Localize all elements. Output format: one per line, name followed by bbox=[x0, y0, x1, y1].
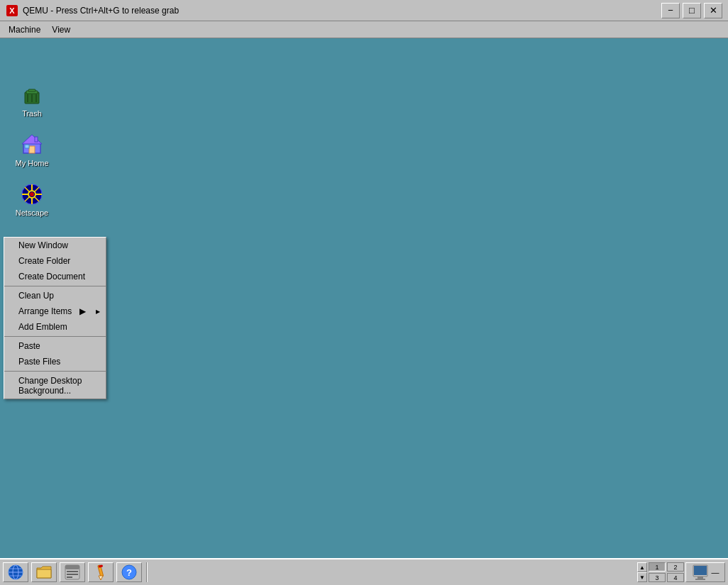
workspace-3-btn[interactable]: 3 bbox=[649, 573, 666, 582]
ctx-paste[interactable]: Paste bbox=[4, 338, 106, 354]
menu-bar: Machine View bbox=[0, 21, 728, 38]
ctx-sep-1 bbox=[4, 286, 106, 286]
workspace-2-btn[interactable]: 2 bbox=[667, 562, 684, 572]
title-bar: X QEMU - Press Ctrl+Alt+G to release gra… bbox=[0, 0, 728, 21]
taskbar-folder-btn[interactable] bbox=[31, 562, 57, 582]
svg-point-23 bbox=[30, 192, 34, 196]
trash-label: Trash bbox=[22, 109, 42, 118]
svg-rect-4 bbox=[28, 89, 35, 91]
svg-rect-10 bbox=[29, 146, 35, 153]
taskbar-taskbar-btn[interactable] bbox=[60, 562, 85, 582]
ctx-new-window[interactable]: New Window bbox=[4, 238, 106, 253]
trash-icon bbox=[21, 84, 43, 106]
workspace-1-btn[interactable]: 1 bbox=[649, 562, 666, 572]
workspace-switcher: 1 2 3 4 bbox=[649, 562, 684, 582]
menu-view[interactable]: View bbox=[46, 23, 76, 36]
close-button[interactable]: ✕ bbox=[704, 3, 722, 18]
netscape-icon bbox=[21, 183, 43, 206]
window-title: QEMU - Press Ctrl+Alt+G to release grab bbox=[23, 6, 661, 16]
desktop[interactable]: Trash My Home bbox=[0, 38, 728, 558]
window-controls: − □ ✕ bbox=[661, 3, 722, 18]
taskbar-help-btn[interactable]: ? bbox=[116, 562, 142, 582]
svg-rect-30 bbox=[65, 565, 79, 569]
svg-rect-41 bbox=[695, 579, 705, 580]
ctx-paste-files[interactable]: Paste Files bbox=[4, 354, 106, 369]
svg-rect-12 bbox=[35, 137, 38, 142]
workspace-4-btn[interactable]: 4 bbox=[667, 573, 684, 582]
menu-machine[interactable]: Machine bbox=[3, 23, 46, 36]
desktop-icon-netscape[interactable]: Netscape bbox=[7, 180, 57, 220]
svg-marker-9 bbox=[22, 135, 42, 144]
netscape-label: Netscape bbox=[16, 208, 48, 217]
ctx-create-folder[interactable]: Create Folder bbox=[4, 253, 106, 269]
taskbar-right: ▲ ▼ 1 2 3 4 — bbox=[637, 562, 725, 582]
taskbar-divider bbox=[146, 562, 148, 582]
home-icon bbox=[21, 133, 43, 156]
taskbar-pencil-btn[interactable] bbox=[88, 562, 114, 582]
ctx-create-document[interactable]: Create Document bbox=[4, 269, 106, 284]
ctx-add-emblem[interactable]: Add Emblem bbox=[4, 319, 106, 335]
taskbar-globe-btn[interactable] bbox=[3, 562, 28, 582]
svg-rect-42 bbox=[694, 566, 707, 575]
ctx-change-background[interactable]: Change Desktop Background... bbox=[4, 373, 106, 399]
minimize-button[interactable]: − bbox=[661, 3, 680, 18]
svg-rect-32 bbox=[67, 574, 78, 575]
scroll-up-btn[interactable]: ▲ bbox=[637, 562, 647, 572]
qemu-icon: X bbox=[6, 4, 18, 17]
ctx-sep-2 bbox=[4, 336, 106, 337]
svg-marker-35 bbox=[99, 576, 103, 580]
ctx-cleanup[interactable]: Clean Up bbox=[4, 288, 106, 303]
submenu-arrow-icon: ▶ bbox=[79, 306, 86, 316]
svg-rect-31 bbox=[67, 571, 78, 572]
svg-rect-40 bbox=[697, 576, 703, 579]
svg-rect-11 bbox=[25, 145, 29, 148]
ctx-arrange-items[interactable]: Arrange Items ▶ bbox=[4, 303, 106, 319]
scroll-controls: ▲ ▼ bbox=[637, 562, 647, 582]
context-menu: New Window Create Folder Create Document… bbox=[4, 237, 106, 399]
svg-text:?: ? bbox=[126, 567, 132, 578]
desktop-icon-trash[interactable]: Trash bbox=[7, 81, 57, 121]
taskbar: ? ▲ ▼ 1 2 3 4 bbox=[0, 558, 728, 585]
qemu-window: X QEMU - Press Ctrl+Alt+G to release gra… bbox=[0, 0, 728, 585]
scroll-down-btn[interactable]: ▼ bbox=[637, 572, 647, 582]
myhome-label: My Home bbox=[15, 159, 48, 167]
end-dash: — bbox=[712, 568, 719, 576]
svg-rect-33 bbox=[67, 576, 72, 578]
desktop-icon-myhome[interactable]: My Home bbox=[7, 130, 57, 170]
svg-text:X: X bbox=[9, 6, 15, 15]
maximize-button[interactable]: □ bbox=[683, 3, 701, 18]
ctx-sep-3 bbox=[4, 371, 106, 372]
taskbar-end-button[interactable]: — bbox=[685, 562, 725, 582]
